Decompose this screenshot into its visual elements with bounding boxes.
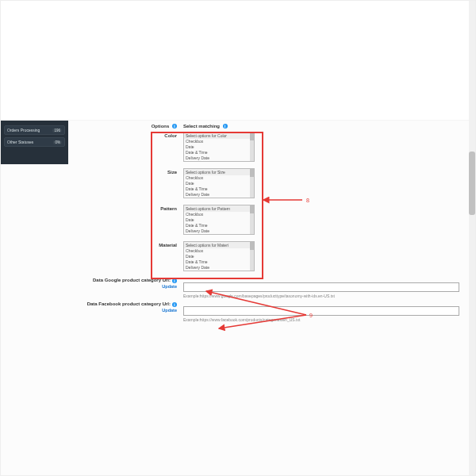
table-header: Options i Select matching i	[68, 124, 467, 129]
url-right: Example:https://www.facebook.com/product…	[183, 301, 467, 322]
url-label: Data Facebook product category Url:iUpda…	[68, 301, 183, 312]
option-row: ColorSelect options for ColorCheckboxDat…	[68, 132, 467, 162]
window: Orders Processing 196 Other Statuses 0% …	[0, 0, 476, 476]
option-select-item[interactable]: Date & Time	[184, 186, 254, 192]
sidebar-item-count: 0%	[53, 140, 62, 144]
url-input[interactable]	[183, 282, 459, 292]
option-select-head: Select options for Pattern	[184, 205, 254, 212]
option-label: Color	[68, 132, 183, 138]
option-label: Pattern	[68, 205, 183, 211]
option-select-item[interactable]: Date & Time	[184, 223, 254, 228]
option-row: MaterialSelect options for MateriCheckbo…	[68, 241, 467, 271]
option-select-head: Select options for Size	[184, 169, 254, 175]
option-select-item[interactable]: Checkbox	[184, 175, 254, 181]
option-select-item[interactable]: Date	[184, 144, 254, 150]
option-select-item[interactable]: Delivery Date	[184, 192, 254, 198]
option-select-head: Select options for Materi	[184, 242, 254, 248]
info-icon[interactable]: i	[172, 302, 177, 307]
listbox-scrollbar[interactable]	[250, 169, 254, 198]
option-label: Size	[68, 168, 183, 175]
sidebar-item-label: Other Statuses	[7, 140, 33, 144]
sidebar-item-count: 196	[52, 129, 62, 132]
option-select[interactable]: Select options for PatternCheckboxDateDa…	[183, 205, 255, 235]
option-select-item[interactable]: Date	[184, 254, 254, 259]
option-row: SizeSelect options for SizeCheckboxDateD…	[68, 168, 467, 198]
scrollbar[interactable]	[469, 1, 475, 475]
option-select-item[interactable]: Date & Time	[184, 150, 254, 155]
col-select: Select matching i	[183, 124, 255, 129]
url-row: Data Google product category Url:iUpdate…	[68, 278, 467, 298]
top-blank-area	[1, 1, 475, 121]
update-link[interactable]: Update	[68, 308, 177, 313]
url-row: Data Facebook product category Url:iUpda…	[68, 301, 467, 322]
option-select-item[interactable]: Checkbox	[184, 139, 254, 144]
update-link[interactable]: Update	[68, 284, 177, 289]
col-options: Options i	[68, 124, 183, 129]
sidebar-item-other[interactable]: Other Statuses 0%	[4, 137, 65, 147]
url-label: Data Google product category Url:iUpdate	[68, 278, 183, 288]
option-select-item[interactable]: Delivery Date	[184, 155, 254, 161]
option-select-item[interactable]: Checkbox	[184, 248, 254, 254]
scrollbar-thumb[interactable]	[469, 152, 475, 215]
option-select-item[interactable]: Date	[184, 181, 254, 186]
url-example: Example:https://www.google.com/basepages…	[183, 294, 459, 298]
option-select[interactable]: Select options for ColorCheckboxDateDate…	[183, 132, 255, 162]
listbox-scrollbar[interactable]	[250, 132, 254, 161]
info-icon[interactable]: i	[172, 124, 177, 129]
option-select[interactable]: Select options for SizeCheckboxDateDate …	[183, 168, 255, 198]
option-row: PatternSelect options for PatternCheckbo…	[68, 205, 467, 235]
url-example: Example:https://www.facebook.com/product…	[183, 317, 459, 322]
listbox-scrollbar[interactable]	[250, 205, 254, 234]
content: Options i Select matching i ColorSelect …	[68, 121, 467, 476]
url-input[interactable]	[183, 306, 459, 316]
option-select-item[interactable]: Checkbox	[184, 212, 254, 217]
option-select-item[interactable]: Date & Time	[184, 259, 254, 265]
sidebar: Orders Processing 196 Other Statuses 0%	[1, 121, 68, 164]
option-select-head: Select options for Color	[184, 132, 254, 139]
option-select-item[interactable]: Delivery Date	[184, 265, 254, 271]
option-label: Material	[68, 241, 183, 248]
option-select-item[interactable]: Delivery Date	[184, 228, 254, 234]
url-right: Example:https://www.google.com/basepages…	[183, 278, 467, 298]
options-container: ColorSelect options for ColorCheckboxDat…	[68, 132, 467, 271]
option-select[interactable]: Select options for MateriCheckboxDateDat…	[183, 241, 255, 271]
sidebar-item-orders[interactable]: Orders Processing 196	[4, 125, 65, 135]
sidebar-item-label: Orders Processing	[7, 128, 40, 132]
url-container: Data Google product category Url:iUpdate…	[68, 278, 467, 322]
info-icon[interactable]: i	[223, 124, 228, 129]
lower-area: Orders Processing 196 Other Statuses 0% …	[1, 121, 475, 476]
listbox-scrollbar[interactable]	[250, 242, 254, 271]
info-icon[interactable]: i	[172, 278, 177, 283]
option-select-item[interactable]: Date	[184, 217, 254, 223]
